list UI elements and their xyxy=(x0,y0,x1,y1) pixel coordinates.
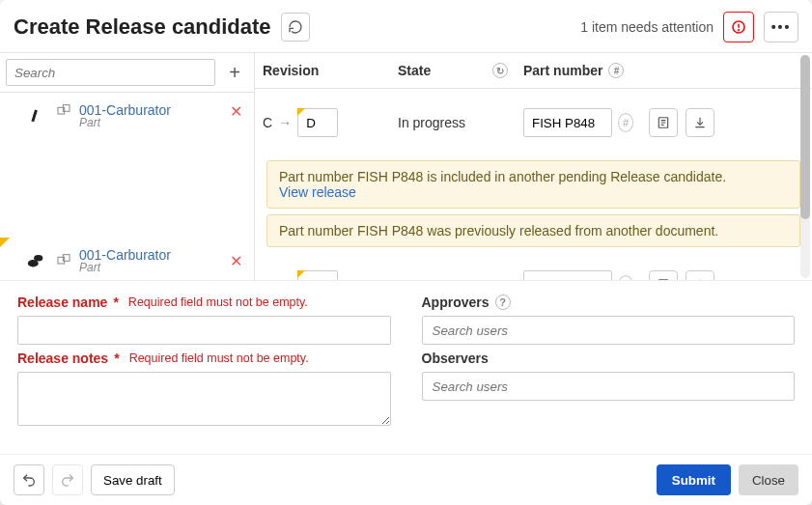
properties-icon[interactable] xyxy=(649,270,678,280)
warning-corner-icon xyxy=(297,270,305,278)
more-menu-icon[interactable]: ••• xyxy=(764,12,798,42)
column-part-number: Part number # xyxy=(516,53,641,88)
warning-corner-icon xyxy=(0,238,10,247)
attention-icon[interactable] xyxy=(723,12,754,42)
download-icon[interactable] xyxy=(686,108,714,137)
approvers-label: Approvers ? xyxy=(422,295,796,310)
approvers-input[interactable] xyxy=(422,316,796,345)
state-cell: In progress xyxy=(390,267,516,280)
release-notes-label: Release notes * Required field must not … xyxy=(17,351,391,366)
close-button[interactable]: Close xyxy=(739,464,798,495)
attention-text: 1 item needs attention xyxy=(580,19,714,35)
assembly-icon xyxy=(56,102,71,121)
release-notes-input[interactable] xyxy=(17,372,391,426)
search-input[interactable] xyxy=(6,59,215,86)
list-item[interactable]: 001-Carburator Part ✕ xyxy=(0,238,254,280)
assembly-icon xyxy=(56,252,71,270)
help-icon[interactable]: ? xyxy=(495,295,511,310)
part-thumbnail xyxy=(23,102,48,127)
table-row: C → In progress # xyxy=(255,253,812,280)
generate-pn-icon[interactable]: # xyxy=(618,275,633,280)
submit-button[interactable]: Submit xyxy=(657,464,731,495)
release-name-label: Release name * Required field must not b… xyxy=(17,295,391,310)
state-refresh-icon[interactable]: ↻ xyxy=(492,63,508,78)
part-number-gen-icon[interactable]: # xyxy=(608,63,624,78)
state-cell: In progress xyxy=(390,105,516,140)
warning-banner: Part number FISH P848 is included in ano… xyxy=(266,160,800,209)
generate-pn-icon[interactable]: # xyxy=(618,113,633,132)
save-draft-button[interactable]: Save draft xyxy=(91,464,175,495)
part-number-input[interactable] xyxy=(523,108,612,137)
svg-point-1 xyxy=(739,30,740,31)
download-icon[interactable] xyxy=(686,270,714,280)
observers-input[interactable] xyxy=(422,372,796,401)
svg-point-5 xyxy=(34,255,42,261)
remove-item-icon[interactable]: ✕ xyxy=(226,102,246,121)
undo-icon[interactable] xyxy=(14,464,44,495)
properties-icon[interactable] xyxy=(649,108,678,137)
rev-from: C xyxy=(263,115,272,130)
column-revision: Revision xyxy=(255,53,390,88)
arrow-right-icon: → xyxy=(278,115,292,130)
observers-label: Observers xyxy=(422,351,796,366)
list-item[interactable]: 001-Carburator Part ✕ xyxy=(0,93,254,151)
part-number-input[interactable] xyxy=(523,270,612,280)
view-release-link[interactable]: View release xyxy=(279,184,356,200)
refresh-icon[interactable] xyxy=(281,13,310,42)
part-thumbnail xyxy=(23,248,48,273)
arrow-right-icon: → xyxy=(278,277,292,280)
warning-corner-icon xyxy=(297,108,305,116)
warning-banner: Part number FISH P848 was previously rel… xyxy=(266,214,800,247)
page-title: Create Release candidate xyxy=(14,14,271,40)
table-row: C → In progress # xyxy=(255,89,812,156)
scrollbar[interactable] xyxy=(800,55,810,278)
item-kind: Part xyxy=(79,116,171,129)
add-item-icon[interactable]: + xyxy=(221,59,248,86)
item-kind: Part xyxy=(79,261,171,274)
column-state: State ↻ xyxy=(390,53,516,88)
redo-icon[interactable] xyxy=(52,464,83,495)
remove-item-icon[interactable]: ✕ xyxy=(226,252,246,270)
release-name-input[interactable] xyxy=(17,316,391,345)
rev-from: C xyxy=(263,277,272,280)
